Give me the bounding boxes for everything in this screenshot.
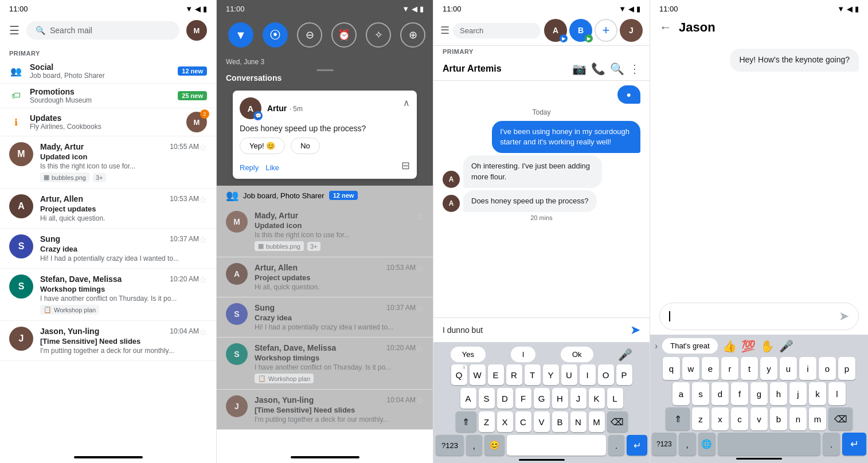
star-mady2[interactable]: ☆ bbox=[416, 211, 424, 222]
phone-icon[interactable]: 📞 bbox=[591, 62, 605, 76]
key-d[interactable]: D bbox=[497, 388, 513, 409]
key-h[interactable]: H bbox=[552, 388, 568, 409]
key-e[interactable]: E bbox=[488, 364, 504, 385]
conv-yep-btn[interactable]: Yep! 😊 bbox=[240, 138, 285, 154]
kb4-period[interactable]: . bbox=[823, 433, 840, 456]
star-stefan2[interactable]: ☆ bbox=[416, 343, 424, 354]
kb4-x[interactable]: x bbox=[711, 407, 729, 430]
star-jason[interactable]: ☆ bbox=[199, 327, 207, 338]
key-l[interactable]: L bbox=[607, 388, 623, 409]
key-v[interactable]: V bbox=[534, 411, 550, 432]
kb4-shift[interactable]: ⇑ bbox=[666, 407, 690, 430]
send-icon-4[interactable]: ➤ bbox=[839, 309, 849, 324]
kb4-s[interactable]: s bbox=[692, 382, 709, 405]
email-item-sung[interactable]: S Sung 10:37 AM Crazy idea Hi! I had a p… bbox=[0, 229, 216, 269]
key-y[interactable]: Y bbox=[543, 364, 559, 385]
kb4-backspace[interactable]: ⌫ bbox=[828, 407, 853, 430]
key-n[interactable]: N bbox=[570, 411, 587, 432]
kb4-k[interactable]: k bbox=[809, 382, 826, 405]
avatar-b-3[interactable]: B ▶ bbox=[569, 19, 592, 42]
chat-input-field[interactable]: I dunno but bbox=[443, 325, 625, 335]
star-sung2[interactable]: ☆ bbox=[416, 303, 424, 314]
quick-mic[interactable]: 🎤 bbox=[779, 339, 793, 353]
kb4-z[interactable]: z bbox=[692, 407, 709, 430]
star-mady[interactable]: ☆ bbox=[199, 142, 207, 153]
star-artur2[interactable]: ☆ bbox=[416, 263, 424, 274]
key-backspace[interactable]: ⌫ bbox=[607, 411, 628, 432]
send-btn-3[interactable]: ➤ bbox=[630, 323, 640, 338]
email-item-mady2[interactable]: M Mady, Artur Updated icon Is this the r… bbox=[217, 205, 433, 257]
key-i[interactable]: I bbox=[580, 364, 596, 385]
kb4-d[interactable]: d bbox=[711, 382, 729, 405]
kb4-b[interactable]: b bbox=[770, 407, 787, 430]
key-space[interactable] bbox=[507, 435, 606, 456]
key-b[interactable]: B bbox=[552, 411, 568, 432]
key-m[interactable]: M bbox=[589, 411, 605, 432]
more-icon[interactable]: ⋮ bbox=[629, 62, 640, 76]
hamburger-menu-icon[interactable]: ☰ bbox=[9, 23, 19, 37]
avatar-j-3[interactable]: J bbox=[620, 19, 643, 42]
kb4-p[interactable]: p bbox=[838, 357, 855, 380]
key-k[interactable]: K bbox=[589, 388, 605, 409]
back-arrow-icon[interactable]: ← bbox=[659, 20, 672, 35]
quick-thatsgreat[interactable]: That's great bbox=[662, 338, 717, 354]
add-person-btn[interactable]: + bbox=[595, 19, 617, 42]
video-call-icon[interactable]: 📷 bbox=[572, 62, 587, 76]
lock-btn[interactable]: ⊕ bbox=[400, 22, 425, 48]
quick-hand[interactable]: ✋ bbox=[760, 339, 775, 353]
key-j[interactable]: J bbox=[570, 388, 587, 409]
kb4-l[interactable]: l bbox=[828, 382, 846, 405]
key-f[interactable]: F bbox=[515, 388, 531, 409]
avatar-artur-3[interactable]: A ▶ bbox=[544, 19, 567, 42]
category-social[interactable]: 👥 Social Job board, Photo Sharer 12 new bbox=[0, 59, 216, 84]
kb4-j[interactable]: j bbox=[789, 382, 807, 405]
key-c[interactable]: C bbox=[515, 411, 531, 432]
user-avatar[interactable]: M bbox=[186, 20, 207, 41]
mic-icon-3[interactable]: 🎤 bbox=[618, 348, 632, 362]
email-item-sung2[interactable]: S Sung 10:37 AM Crazy idea Hi! I had a p… bbox=[217, 297, 433, 338]
dnd-btn[interactable]: ⊖ bbox=[297, 22, 322, 48]
key-period[interactable]: . bbox=[608, 435, 624, 456]
email-item-mady[interactable]: M Mady, Artur 10:55 AM Updated icon Is t… bbox=[0, 136, 216, 189]
kb4-enter[interactable]: ↵ bbox=[842, 433, 866, 456]
quick-100[interactable]: 💯 bbox=[741, 339, 756, 353]
key-u[interactable]: U bbox=[561, 364, 577, 385]
key-num-switch[interactable]: ?123 bbox=[436, 435, 464, 456]
bluetooth-btn[interactable]: ⦿ bbox=[263, 22, 288, 48]
nav-btn[interactable]: ▼ bbox=[228, 22, 253, 48]
kb4-n[interactable]: n bbox=[789, 407, 807, 430]
suggestions-expand-icon[interactable]: › bbox=[655, 341, 658, 351]
key-o[interactable]: O bbox=[598, 364, 614, 385]
key-emoji[interactable]: 😊 bbox=[484, 435, 505, 456]
kb4-u[interactable]: u bbox=[780, 357, 797, 380]
msg-input-row-4[interactable]: ➤ bbox=[659, 303, 859, 330]
email-item-artur[interactable]: A Artur, Allen 10:53 AM Project updates … bbox=[0, 189, 216, 229]
key-w[interactable]: W bbox=[470, 364, 486, 385]
email-item-artur2[interactable]: A Artur, Allen 10:53 AM Project updates … bbox=[217, 257, 433, 297]
key-p[interactable]: P bbox=[616, 364, 632, 385]
kb4-q[interactable]: q bbox=[663, 357, 680, 380]
key-z[interactable]: Z bbox=[479, 411, 495, 432]
conv-no-btn[interactable]: No bbox=[291, 138, 320, 154]
kb4-g[interactable]: g bbox=[750, 382, 768, 405]
quick-yes[interactable]: Yes bbox=[451, 347, 486, 362]
key-a[interactable]: A bbox=[460, 388, 476, 409]
kb4-a[interactable]: a bbox=[672, 382, 690, 405]
email-item-stefan2[interactable]: S Stefan, Dave, Melissa 10:20 AM Worksho… bbox=[217, 338, 433, 390]
email-item-stefan[interactable]: S Stefan, Dave, Melissa 10:20 AM Worksho… bbox=[0, 269, 216, 321]
quick-ok[interactable]: Ok bbox=[561, 347, 593, 362]
star-stefan[interactable]: ☆ bbox=[199, 274, 207, 285]
key-shift[interactable]: ⇑ bbox=[456, 411, 476, 432]
key-s[interactable]: S bbox=[479, 388, 495, 409]
email-item-jason2[interactable]: J Jason, Yun-ling 10:04 AM [Time Sensiti… bbox=[217, 390, 433, 430]
kb4-o[interactable]: o bbox=[819, 357, 836, 380]
search-icon-chat[interactable]: 🔍 bbox=[610, 62, 624, 76]
key-r[interactable]: R bbox=[506, 364, 522, 385]
conv-expand-icon[interactable]: ∧ bbox=[403, 97, 410, 108]
conv-popup[interactable]: A 💬 Artur · 5m ∧ Does honey speed up the… bbox=[233, 91, 417, 179]
conv-reply-link[interactable]: Reply bbox=[240, 163, 259, 172]
category-updates[interactable]: ℹ Updates Fly Airlines, Cookbooks M 2 bbox=[0, 108, 216, 136]
kb4-v[interactable]: v bbox=[750, 407, 768, 430]
star-artur[interactable]: ☆ bbox=[199, 194, 207, 205]
star-sung[interactable]: ☆ bbox=[199, 234, 207, 245]
